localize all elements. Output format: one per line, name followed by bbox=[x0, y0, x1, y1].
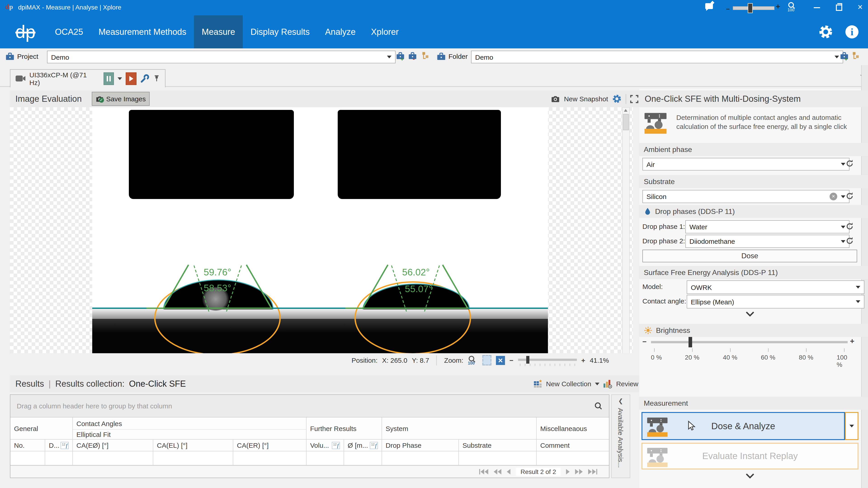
next-page-button[interactable] bbox=[566, 469, 569, 475]
group-system[interactable]: System bbox=[382, 418, 537, 439]
minimize-button[interactable] bbox=[814, 7, 820, 8]
dose-analyze-dropdown-button[interactable] bbox=[845, 412, 859, 440]
close-button[interactable]: × bbox=[858, 2, 863, 12]
zoom-selection-icon[interactable] bbox=[483, 355, 491, 365]
zoom-out-button[interactable]: − bbox=[509, 356, 514, 364]
refresh-icon[interactable] bbox=[845, 159, 854, 168]
expand-chevron-icon[interactable] bbox=[745, 311, 754, 316]
chevron-down-icon[interactable] bbox=[595, 383, 599, 385]
available-analysis-panel[interactable]: ❮ Available Analysis... bbox=[611, 394, 630, 478]
column-ca-el[interactable]: CA(EL) [°] bbox=[153, 439, 233, 451]
column-diameter[interactable]: Ø [m...12f bbox=[344, 439, 382, 451]
measurement-expand-chevron-icon[interactable] bbox=[745, 473, 754, 479]
zoom-100-icon[interactable]: 100 bbox=[468, 355, 478, 366]
wrench-icon[interactable] bbox=[140, 74, 149, 83]
save-images-button[interactable]: ✓ Save Images bbox=[92, 92, 150, 106]
ui-scale-slider[interactable] bbox=[733, 6, 774, 10]
drop-phase2-select[interactable]: Diiodomethane bbox=[685, 235, 849, 248]
evaluate-instant-replay-button[interactable]: Evaluate Instant Replay bbox=[642, 443, 859, 469]
fullscreen-icon[interactable] bbox=[630, 95, 638, 103]
contact-angle-label: Contact angle: bbox=[643, 297, 686, 305]
nav-item-analyze[interactable]: Analyze bbox=[317, 16, 363, 49]
column-volume[interactable]: Volu...12f bbox=[307, 439, 344, 451]
refresh-icon[interactable] bbox=[845, 237, 854, 245]
project-tree-icon[interactable] bbox=[421, 52, 430, 60]
model-select[interactable]: OWRK bbox=[687, 280, 864, 294]
ui-scale-slider-thumb[interactable] bbox=[748, 3, 753, 13]
scroll-up-icon[interactable] bbox=[624, 109, 627, 112]
fast-next-button[interactable] bbox=[575, 469, 583, 475]
refresh-icon[interactable] bbox=[845, 192, 854, 200]
group-further-results[interactable]: Further Results bbox=[307, 418, 382, 439]
chevron-down-icon bbox=[835, 56, 839, 58]
first-page-button[interactable] bbox=[479, 469, 489, 475]
remove-project-icon[interactable]: - bbox=[408, 52, 417, 60]
feedback-icon[interactable] bbox=[705, 3, 713, 9]
zoom-in-button[interactable]: + bbox=[776, 2, 780, 11]
camera-tab[interactable]: UI336xCP-M (@71 Hz) bbox=[10, 69, 165, 87]
brightness-slider-track[interactable] bbox=[651, 341, 848, 343]
nav-item-xplorer[interactable]: Xplorer bbox=[363, 16, 406, 49]
new-collection-button[interactable]: New Collection bbox=[546, 380, 591, 388]
nav-item-measure[interactable]: Measure bbox=[194, 16, 243, 49]
column-comment[interactable]: Comment bbox=[537, 439, 609, 451]
results-grid: General Contact Angles Elliptical Fit Fu… bbox=[10, 418, 609, 465]
drop-phase1-select[interactable]: Water bbox=[685, 220, 849, 233]
review-button[interactable]: Review bbox=[616, 380, 638, 388]
zoom-in-button[interactable]: + bbox=[581, 356, 585, 364]
chevron-left-icon[interactable]: ❮ bbox=[618, 398, 623, 404]
zoom-reset-icon[interactable]: 100 bbox=[787, 1, 796, 9]
pin-icon[interactable] bbox=[153, 74, 160, 82]
brightness-slider-thumb[interactable] bbox=[688, 337, 692, 347]
add-folder-icon[interactable]: + bbox=[840, 52, 848, 60]
zoom-out-button[interactable]: − bbox=[726, 5, 730, 13]
info-icon[interactable]: i bbox=[845, 25, 859, 38]
image-zoom-slider[interactable] bbox=[518, 355, 577, 366]
fast-prev-button[interactable] bbox=[494, 469, 502, 475]
last-page-button[interactable] bbox=[588, 469, 597, 475]
column-no[interactable]: No. bbox=[10, 439, 45, 451]
brightness-decrease-button[interactable]: − bbox=[643, 338, 647, 346]
brightness-increase-button[interactable]: + bbox=[850, 337, 855, 346]
project-select[interactable]: Demo bbox=[47, 51, 396, 63]
folder-select[interactable]: Demo bbox=[471, 51, 843, 63]
folder-tree-icon[interactable] bbox=[852, 52, 860, 60]
group-miscellaneaous[interactable]: Miscellaneaous bbox=[537, 418, 609, 439]
column-d[interactable]: D...12f bbox=[45, 439, 73, 451]
column-ca-er[interactable]: CA(ER) [°] bbox=[233, 439, 307, 451]
dose-button[interactable]: Dose bbox=[643, 250, 857, 262]
table-row[interactable] bbox=[10, 451, 45, 465]
settings-gear-icon[interactable] bbox=[818, 24, 833, 39]
column-drop-phase[interactable]: Drop Phase bbox=[382, 439, 459, 451]
nav-item-measurement-methods[interactable]: Measurement Methods bbox=[91, 16, 194, 49]
substrate-select[interactable]: Silicon × bbox=[643, 190, 849, 203]
clear-icon[interactable]: × bbox=[830, 193, 837, 200]
group-contact-angles[interactable]: Contact Angles bbox=[73, 418, 307, 430]
add-project-icon[interactable]: + bbox=[396, 52, 405, 60]
dose-analyze-button[interactable]: Dose & Analyze bbox=[642, 412, 845, 440]
scrollbar-thumb[interactable] bbox=[623, 114, 629, 130]
camera-image-viewport[interactable]: 59.76° 58.53° 56.02° 55.07° bbox=[10, 107, 633, 353]
column-ca-eo[interactable]: CA(EØ) [°] bbox=[73, 439, 153, 451]
search-icon[interactable] bbox=[594, 402, 602, 410]
zoom-fit-icon[interactable] bbox=[496, 356, 505, 365]
prev-page-button[interactable] bbox=[507, 469, 510, 475]
pause-button[interactable] bbox=[103, 72, 114, 85]
group-elliptical-fit[interactable]: Elliptical Fit bbox=[73, 430, 307, 439]
column-substrate[interactable]: Substrate bbox=[459, 439, 537, 451]
record-button[interactable] bbox=[126, 72, 136, 85]
contact-angle-left-inner: 58.53° bbox=[204, 283, 231, 294]
nav-item-oca25[interactable]: OCA25 bbox=[47, 16, 91, 49]
nav-item-display-results[interactable]: Display Results bbox=[243, 16, 317, 49]
snapshot-settings-gear-icon[interactable] bbox=[612, 94, 622, 103]
contact-angle-select[interactable]: Ellipse (Mean) bbox=[687, 295, 864, 308]
chevron-down-icon[interactable] bbox=[118, 77, 122, 80]
new-snapshot-button[interactable]: New Snapshot bbox=[564, 95, 608, 103]
image-zoom-slider-thumb[interactable] bbox=[526, 356, 529, 363]
group-general[interactable]: General bbox=[10, 418, 73, 439]
restore-button[interactable] bbox=[836, 4, 842, 11]
image-vertical-scrollbar[interactable] bbox=[622, 107, 630, 353]
group-by-bar[interactable]: Drag a column header here to group by th… bbox=[10, 395, 609, 418]
refresh-icon[interactable] bbox=[845, 222, 854, 231]
ambient-phase-select[interactable]: Air bbox=[643, 158, 849, 171]
